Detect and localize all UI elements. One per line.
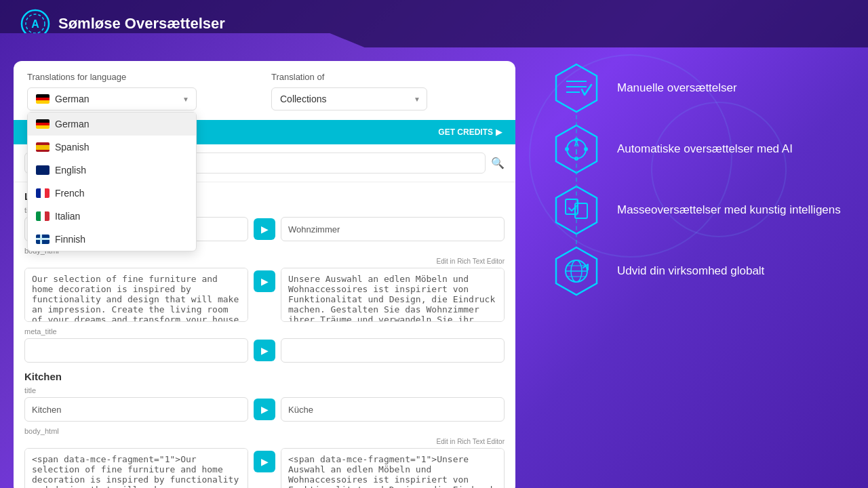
features-connector bbox=[576, 115, 577, 244]
translation-of-label: Translation of bbox=[271, 72, 502, 82]
german-flag bbox=[36, 94, 50, 104]
svg-point-16 bbox=[584, 147, 588, 151]
card-header: Translations for language German German bbox=[14, 61, 515, 110]
dropdown-item-french[interactable]: French bbox=[28, 182, 196, 205]
get-credits-button[interactable]: GET CREDITS ▶ bbox=[438, 127, 502, 137]
target-input-living-meta[interactable] bbox=[281, 338, 505, 363]
svg-point-15 bbox=[565, 147, 569, 151]
translations-for-label: Translations for language bbox=[27, 72, 258, 82]
edit-rich-text-0: Edit in Rich Text Editor bbox=[24, 258, 505, 265]
dropdown-item-spanish[interactable]: Spanish bbox=[28, 136, 196, 159]
logo: A Sømløse Oversættelser bbox=[20, 9, 225, 39]
right-panel: Manuelle oversættelser A I Automatiske o… bbox=[529, 47, 868, 488]
translation-row-title-1: ▶ bbox=[24, 397, 505, 422]
target-textarea-kitchen-body[interactable]: <span data-mce-fragment="1">Unsere Auswa… bbox=[281, 448, 505, 488]
field-label-body-1: body_html bbox=[24, 427, 505, 435]
main-content: Translations for language German German bbox=[0, 47, 868, 488]
translation-row-body-0: Our selection of fine furniture and home… bbox=[24, 268, 505, 322]
logo-icon: A bbox=[20, 9, 50, 39]
lang-spanish: Spanish bbox=[55, 142, 90, 152]
dropdown-item-german[interactable]: German bbox=[28, 113, 196, 136]
translation-row-body-1: <span data-mce-fragment="1">Our selectio… bbox=[24, 448, 505, 488]
feature-global-text: Udvid din virksomhed globalt bbox=[617, 264, 764, 279]
lang-italian: Italian bbox=[55, 211, 80, 222]
search-icon[interactable]: 🔍 bbox=[491, 157, 505, 169]
feature-global: Udvid din virksomhed globalt bbox=[549, 244, 848, 298]
language-select-wrapper[interactable]: German German Spanish bbox=[27, 87, 258, 110]
language-select-display[interactable]: German bbox=[27, 87, 197, 110]
language-dropdown: German Spanish English bbox=[27, 112, 197, 251]
svg-text:A: A bbox=[31, 18, 39, 30]
header: A Sømløse Oversættelser bbox=[0, 0, 868, 47]
source-textarea-living-body[interactable]: Our selection of fine furniture and home… bbox=[24, 268, 248, 322]
flag-en bbox=[36, 165, 50, 175]
target-textarea-living-body[interactable]: Unsere Auswahl an edlen Möbeln und Wohna… bbox=[281, 268, 505, 322]
feature-manual-text: Manuelle oversættelser bbox=[617, 81, 737, 96]
flag-es bbox=[36, 142, 50, 152]
feature-mass: Masseoversættelser med kunstig intellige… bbox=[549, 183, 848, 237]
translation-row-meta-0: ▶ bbox=[24, 338, 505, 363]
selected-language-label: German bbox=[55, 94, 90, 104]
translate-btn-living-title[interactable]: ▶ bbox=[254, 218, 275, 240]
lang-german: German bbox=[55, 119, 90, 129]
collections-wrapper[interactable]: Collections bbox=[271, 87, 427, 110]
dropdown-item-finnish[interactable]: Finnish bbox=[28, 228, 196, 251]
flag-fi bbox=[36, 235, 50, 244]
translate-btn-living-body[interactable]: ▶ bbox=[254, 270, 275, 292]
translation-card: Translations for language German German bbox=[14, 61, 515, 488]
source-input-kitchen-title[interactable] bbox=[24, 397, 248, 422]
feature-ai: A I Automatiske oversættelser med AI bbox=[549, 122, 848, 176]
collections-select[interactable]: Collections bbox=[271, 87, 427, 110]
lang-english: English bbox=[55, 165, 86, 176]
features-list: Manuelle oversættelser A I Automatiske o… bbox=[549, 61, 848, 298]
target-input-living-title[interactable] bbox=[281, 217, 505, 241]
dropdown-item-italian[interactable]: Italian bbox=[28, 205, 196, 228]
group-kitchen: Kitchen title ▶ body_html Edit in Rich T… bbox=[24, 371, 505, 488]
left-panel: Translations for language German German bbox=[0, 47, 529, 488]
get-credits-label: GET CREDITS bbox=[438, 127, 493, 137]
lang-finnish: Finnish bbox=[55, 234, 85, 245]
flag-it bbox=[36, 211, 50, 221]
edit-rich-text-1: Edit in Rich Text Editor bbox=[24, 438, 505, 445]
language-section: Translations for language German German bbox=[27, 72, 258, 110]
translate-btn-kitchen-body[interactable]: ▶ bbox=[254, 451, 275, 472]
field-label-meta-0: meta_title bbox=[24, 327, 505, 336]
lang-french: French bbox=[55, 188, 85, 199]
translate-btn-kitchen-title[interactable]: ▶ bbox=[254, 399, 275, 420]
group-title-kitchen: Kitchen bbox=[24, 371, 505, 382]
credits-arrow: ▶ bbox=[496, 127, 502, 137]
global-hex-icon bbox=[549, 244, 604, 298]
flag-fr bbox=[36, 188, 50, 198]
manual-hex-icon bbox=[549, 61, 604, 115]
target-input-kitchen-title[interactable] bbox=[281, 397, 505, 422]
dropdown-item-english[interactable]: English bbox=[28, 159, 196, 182]
field-label-title-1: title bbox=[24, 386, 505, 394]
flag-de bbox=[36, 119, 50, 129]
feature-manual: Manuelle oversættelser bbox=[549, 61, 848, 115]
app-title: Sømløse Oversættelser bbox=[58, 15, 225, 33]
collection-section: Translation of Collections bbox=[258, 72, 502, 110]
source-input-living-meta[interactable] bbox=[24, 338, 248, 363]
svg-marker-5 bbox=[556, 64, 597, 112]
feature-ai-text: Automatiske oversættelser med AI bbox=[617, 142, 793, 157]
translate-btn-living-meta[interactable]: ▶ bbox=[254, 340, 275, 361]
source-textarea-kitchen-body[interactable]: <span data-mce-fragment="1">Our selectio… bbox=[24, 448, 248, 488]
feature-mass-text: Masseoversættelser med kunstig intellige… bbox=[617, 203, 841, 218]
